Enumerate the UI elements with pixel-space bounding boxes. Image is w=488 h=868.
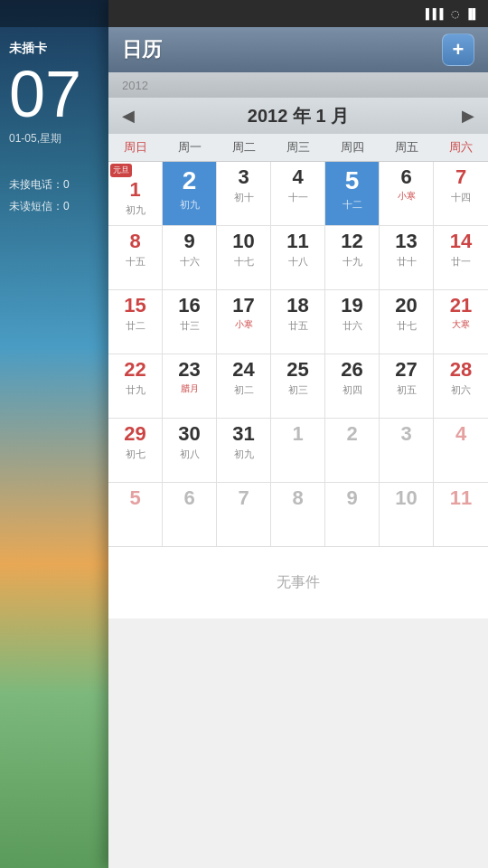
lunar-9: 十六 — [180, 255, 200, 269]
day-num-13: 13 — [395, 230, 417, 253]
cal-day-jan26[interactable]: 26 初四 — [325, 354, 380, 418]
add-event-button[interactable]: + — [442, 33, 474, 66]
day-num-28: 28 — [450, 358, 472, 382]
cal-day-feb10[interactable]: 10 — [380, 483, 434, 546]
cal-day-jan23[interactable]: 23 腊月 — [163, 354, 217, 418]
signal-icon: ▌▌▌ — [426, 8, 446, 19]
status-icons: ▌▌▌ ◌ ▐▌ — [426, 8, 479, 20]
day-num-19: 19 — [341, 294, 362, 317]
cal-day-jan13[interactable]: 13 廿十 — [380, 226, 434, 289]
calendar-week-6: 5 6 7 8 9 10 11 — [108, 483, 488, 546]
day-num-17: 17 — [232, 294, 254, 317]
month-nav: ◀ 2012 年 1 月 ▶ — [108, 98, 488, 134]
cal-day-jan5[interactable]: 5 十二 — [325, 162, 380, 225]
lunar-24: 初二 — [234, 383, 254, 397]
day-num-f4: 4 — [455, 422, 466, 446]
cal-day-feb9[interactable]: 9 — [325, 483, 380, 546]
calendar-week-1: 元旦 1 初九 2 初九 3 初十 4 十一 5 十二 — [108, 162, 488, 226]
day-num-31: 31 — [232, 422, 254, 446]
cal-day-jan2[interactable]: 2 初九 — [163, 162, 217, 225]
cal-day-jan17[interactable]: 17 小寒 — [217, 290, 271, 354]
prev-month-arrow[interactable]: ◀ — [122, 106, 135, 126]
cal-day-feb3[interactable]: 3 — [380, 419, 434, 482]
day-num-f8: 8 — [292, 486, 303, 510]
calendar-header: 日历 + — [108, 27, 488, 72]
cal-day-jan1[interactable]: 元旦 1 初九 — [108, 162, 163, 225]
lunar-3: 初十 — [234, 191, 254, 204]
month-display: 年 1 月 — [293, 106, 349, 126]
lunar-20: 廿七 — [397, 319, 417, 333]
cal-day-feb8[interactable]: 8 — [271, 483, 325, 546]
next-month-arrow[interactable]: ▶ — [462, 106, 474, 126]
day-num-22: 22 — [124, 358, 145, 382]
cal-day-jan30[interactable]: 30 初八 — [163, 419, 217, 482]
day-num-5: 5 — [345, 165, 360, 196]
cal-day-feb4[interactable]: 4 — [434, 419, 488, 482]
day-num-11: 11 — [286, 230, 308, 253]
weekday-mon: 周一 — [163, 134, 217, 161]
cal-day-jan8[interactable]: 8 十五 — [108, 226, 163, 289]
weekday-sat: 周六 — [434, 134, 488, 161]
day-num-29: 29 — [124, 422, 145, 446]
cal-day-jan12[interactable]: 12 十九 — [325, 226, 380, 289]
weekday-wed: 周三 — [271, 134, 325, 161]
weekday-thu: 周四 — [325, 134, 380, 161]
yuan-dan-badge: 元旦 — [110, 164, 132, 177]
cal-day-jan21[interactable]: 21 大寒 — [434, 290, 488, 354]
lunar-30: 初八 — [180, 448, 200, 461]
lunar-1: 初九 — [126, 203, 145, 217]
day-num-14: 14 — [450, 230, 472, 253]
cal-day-jan16[interactable]: 16 廿三 — [163, 290, 217, 354]
battery-icon: ▐▌ — [465, 8, 479, 19]
cal-day-feb1[interactable]: 1 — [271, 419, 325, 482]
cal-day-feb11[interactable]: 11 — [434, 483, 488, 546]
cal-day-feb2[interactable]: 2 — [325, 419, 380, 482]
day-num-f9: 9 — [346, 486, 357, 510]
cal-day-jan28[interactable]: 28 初六 — [434, 354, 488, 418]
cal-day-jan24[interactable]: 24 初二 — [217, 354, 271, 418]
day-num-7: 7 — [455, 165, 466, 189]
cal-day-jan6[interactable]: 6 小寒 — [380, 162, 434, 225]
cal-day-jan11[interactable]: 11 十八 — [271, 226, 325, 289]
cal-day-jan7[interactable]: 7 十四 — [434, 162, 488, 225]
cal-day-feb6[interactable]: 6 — [163, 483, 217, 546]
lunar-19: 廿六 — [343, 319, 362, 333]
day-num-24: 24 — [232, 358, 254, 382]
cal-day-jan25[interactable]: 25 初三 — [271, 354, 325, 418]
day-num-f5: 5 — [129, 486, 140, 510]
status-bar: ▌▌▌ ◌ ▐▌ — [108, 0, 488, 27]
day-num-4: 4 — [292, 165, 303, 189]
cal-day-jan9[interactable]: 9 十六 — [163, 226, 217, 289]
lunar-4: 十一 — [288, 191, 308, 204]
day-num-18: 18 — [286, 294, 308, 317]
lunar-16: 廿三 — [180, 319, 200, 333]
calendar-title: 日历 — [122, 36, 162, 63]
day-num-25: 25 — [286, 358, 308, 382]
day-num-27: 27 — [395, 358, 417, 382]
cal-day-jan19[interactable]: 19 廿六 — [325, 290, 380, 354]
day-num-8: 8 — [129, 230, 140, 253]
day-num-12: 12 — [341, 230, 362, 253]
lunar-8: 十五 — [126, 255, 145, 269]
cal-day-jan18[interactable]: 18 廿五 — [271, 290, 325, 354]
day-num-30: 30 — [178, 422, 200, 446]
cal-day-jan29[interactable]: 29 初七 — [108, 419, 163, 482]
cal-day-jan31[interactable]: 31 初九 — [217, 419, 271, 482]
lunar-28: 初六 — [451, 383, 471, 397]
cal-day-feb5[interactable]: 5 — [108, 483, 163, 546]
cal-day-jan20[interactable]: 20 廿七 — [380, 290, 434, 354]
lunar-31: 初九 — [234, 448, 254, 461]
cal-day-feb7[interactable]: 7 — [217, 483, 271, 546]
day-num-f11: 11 — [450, 486, 472, 510]
cal-day-jan10[interactable]: 10 十七 — [217, 226, 271, 289]
festival-23: 腊月 — [181, 382, 199, 395]
cal-day-jan27[interactable]: 27 初五 — [380, 354, 434, 418]
lunar-18: 廿五 — [288, 319, 308, 333]
lunar-13: 廿十 — [397, 255, 417, 269]
cal-day-jan15[interactable]: 15 廿二 — [108, 290, 163, 354]
cal-day-jan3[interactable]: 3 初十 — [217, 162, 271, 225]
cal-day-jan4[interactable]: 4 十一 — [271, 162, 325, 225]
lunar-14: 廿一 — [451, 255, 471, 269]
cal-day-jan14[interactable]: 14 廿一 — [434, 226, 488, 289]
cal-day-jan22[interactable]: 22 廿九 — [108, 354, 163, 418]
